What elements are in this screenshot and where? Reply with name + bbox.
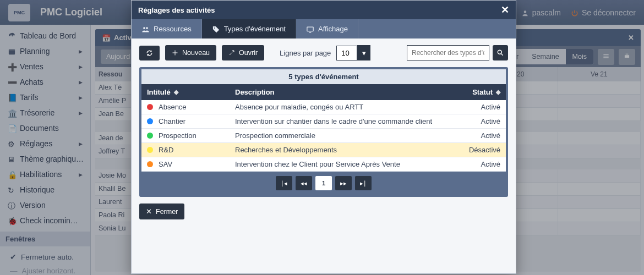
- chevron-down-icon: ▾: [357, 45, 370, 61]
- search-button[interactable]: [493, 45, 508, 61]
- svg-point-9: [498, 50, 501, 54]
- lpp-value: 10: [336, 46, 357, 61]
- button-label: Nouveau: [182, 49, 210, 57]
- color-dot: [147, 104, 153, 110]
- color-dot: [147, 118, 153, 124]
- col-label: Description: [235, 88, 275, 96]
- tab-label: Affichage: [318, 25, 348, 33]
- color-dot: [147, 161, 153, 167]
- row-statut: Activé: [451, 129, 506, 142]
- row-description: Intervention chez le Client pour Service…: [230, 157, 451, 171]
- pager-next-button[interactable]: ▸▸: [335, 176, 352, 190]
- col-header-statut[interactable]: Statut ◆: [451, 84, 506, 100]
- modal-tabs: Ressources Types d'événement Affichage: [132, 19, 516, 38]
- svg-rect-8: [307, 27, 313, 31]
- modal-title: Réglages des activités: [138, 6, 215, 14]
- open-button[interactable]: Ouvrir: [222, 45, 264, 61]
- pager-prev-button[interactable]: ◂◂: [296, 176, 312, 190]
- row-intitule: Prospection: [159, 131, 197, 140]
- row-description: Intervention sur chantier dans le cadre …: [230, 114, 451, 128]
- row-description: Absence pour maladie, congés ou ARTT: [230, 100, 451, 114]
- row-statut: Activé: [451, 157, 506, 171]
- tab-label: Types d'événement: [224, 25, 286, 33]
- pager-page-current[interactable]: 1: [315, 176, 332, 190]
- pager: ∣◂ ◂◂ 1 ▸▸ ▸∣: [141, 172, 506, 195]
- button-label: Fermer: [156, 208, 178, 216]
- lines-per-page-select[interactable]: 10 ▾: [336, 45, 370, 61]
- settings-modal: Réglages des activités ✕ Ressources Type…: [131, 0, 516, 274]
- svg-point-6: [146, 27, 148, 29]
- col-header-intitule[interactable]: Intitulé ◆: [141, 84, 230, 100]
- tag-icon: [212, 25, 220, 33]
- new-button[interactable]: Nouveau: [165, 45, 216, 61]
- color-dot: [147, 147, 153, 153]
- row-statut: Activé: [451, 100, 506, 114]
- search-input[interactable]: [407, 45, 489, 61]
- table-row[interactable]: SAVIntervention chez le Client pour Serv…: [141, 157, 506, 172]
- resources-icon: [141, 25, 149, 33]
- table-row[interactable]: ProspectionProspection commercialeActivé: [141, 129, 506, 143]
- pager-last-button[interactable]: ▸∣: [355, 176, 372, 190]
- button-label: Ouvrir: [239, 49, 258, 57]
- event-type-grid: 5 types d'événement Intitulé ◆ Descripti…: [139, 67, 508, 197]
- row-statut: Désactivé: [451, 143, 506, 157]
- row-statut: Activé: [451, 114, 506, 128]
- tab-affichage[interactable]: Affichage: [296, 19, 358, 38]
- svg-point-7: [214, 28, 215, 29]
- grid-title: 5 types d'événement: [141, 69, 506, 84]
- table-row[interactable]: R&DRecherches et DéveloppementsDésactivé: [141, 143, 506, 157]
- col-header-description: Description: [230, 84, 451, 100]
- display-icon: [306, 25, 314, 33]
- close-icon: ✕: [146, 207, 152, 216]
- row-intitule: Absence: [159, 103, 187, 111]
- sort-icon: ◆: [496, 89, 500, 96]
- sort-icon: ◆: [174, 89, 178, 96]
- row-description: Prospection commerciale: [230, 129, 451, 142]
- close-button[interactable]: ✕ Fermer: [139, 204, 184, 219]
- row-description: Recherches et Développements: [230, 143, 451, 157]
- svg-point-5: [143, 27, 145, 29]
- table-row[interactable]: AbsenceAbsence pour maladie, congés ou A…: [141, 100, 506, 114]
- tab-types[interactable]: Types d'événement: [202, 19, 296, 38]
- col-label: Intitulé: [147, 88, 171, 96]
- pager-first-button[interactable]: ∣◂: [276, 176, 292, 190]
- col-label: Statut: [472, 88, 493, 96]
- color-dot: [147, 133, 153, 139]
- row-intitule: Chantier: [159, 117, 185, 125]
- modal-close-button[interactable]: ✕: [501, 5, 509, 15]
- row-intitule: R&D: [159, 146, 173, 154]
- refresh-button[interactable]: [139, 46, 160, 61]
- tab-label: Ressources: [154, 25, 192, 33]
- row-intitule: SAV: [159, 160, 172, 168]
- lpp-label: Lignes par page: [280, 49, 331, 57]
- table-row[interactable]: ChantierIntervention sur chantier dans l…: [141, 114, 506, 129]
- tab-ressources[interactable]: Ressources: [132, 19, 202, 38]
